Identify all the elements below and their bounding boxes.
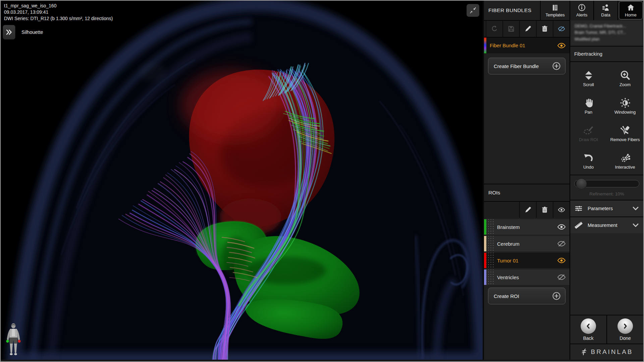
bundle-name: Fiber Bundle 01 [486,43,557,48]
hand-icon [583,97,594,109]
double-chevron-right-icon [5,28,13,36]
measurement-accordion[interactable]: Measurement [570,217,643,233]
roi-row-tumor[interactable]: Tumor 01 [484,253,570,268]
fiber-bundles-panel: FIBER BUNDLES Templates Fiber Bundle 01 … [484,1,570,360]
right-hand-marker [18,340,20,343]
fiber-bundle-row[interactable]: Fiber Bundle 01 [484,37,570,53]
zoom-icon [620,70,631,81]
roi-toolbar [484,201,570,218]
window-bottom-strip [1,360,643,361]
chevron-left-icon [581,318,596,334]
trash-icon [541,25,548,33]
series-datetime: 09.03.2017, 13:09:41 [4,9,113,15]
nav-home-label: Home [625,12,637,17]
pan-tool-button[interactable]: Pan [570,92,607,120]
parameters-label: Parameters [588,206,628,211]
silhouette-label: Silhouette [21,29,43,35]
chevron-down-icon [632,222,639,229]
drag-handle[interactable] [486,269,494,285]
bundle-color-strip [484,38,486,53]
eye-icon[interactable] [557,256,566,265]
series-dwi: DWI Series: DTI_R12 (b 1.300 s/mm², 12 d… [4,15,113,22]
roi-row-cerebrum[interactable]: Cerebrum [484,236,570,251]
series-info: t1_mpr_sag_we_iso_16009.03.2017, 13:09:4… [4,3,113,22]
undo-icon [583,152,594,164]
eye-off-icon[interactable] [557,239,566,248]
windowing-tool-button[interactable]: Windowing [607,92,643,120]
patient-line-1: DEMO, Cranial Fibertrack... [575,23,639,29]
save-fiber-button [502,21,519,37]
info-icon [578,3,586,12]
roi-color-strip [484,219,486,235]
eye-icon[interactable] [557,41,566,50]
app-window: t1_mpr_sag_we_iso_16009.03.2017, 13:09:4… [1,1,643,360]
workflow-panel-spacer [570,233,643,315]
tools-grid: Scroll Zoom Pan Windowing Draw ROI Remov… [570,61,643,175]
roi-name: Brainstem [494,224,557,230]
draw-roi-icon [583,125,594,136]
nav-alerts[interactable]: Alerts [570,1,594,20]
roi-row-ventricles[interactable]: Ventricles [484,269,570,285]
back-button[interactable]: Back [570,315,607,344]
3d-viewport[interactable]: t1_mpr_sag_we_iso_16009.03.2017, 13:09:4… [1,1,484,360]
pencil-icon [524,206,532,214]
undo-tool-button[interactable]: Undo [570,147,607,175]
remove-fibers-tool-button[interactable]: Remove Fibers [607,120,643,147]
ruler-icon [574,221,583,230]
roi-color-strip [484,269,486,285]
brain-3d-scene [1,1,483,360]
silhouette-control: Silhouette [3,25,43,40]
brainlab-glyph-icon [581,348,588,356]
workflow-title: Fibertracking [570,46,643,61]
edit-fiber-button[interactable] [519,21,536,37]
eye-icon[interactable] [557,223,566,231]
fiber-bundles-header: FIBER BUNDLES Templates [484,1,570,20]
toggle-roi-visibility-button[interactable] [553,202,570,218]
measurement-label: Measurement [588,223,628,228]
draw-roi-tool-button: Draw ROI [570,120,607,147]
collapse-view-button[interactable] [467,4,479,17]
create-roi-label: Create ROI [488,293,552,299]
done-label: Done [620,336,631,341]
edit-roi-button[interactable] [519,202,536,218]
parameters-accordion[interactable]: Parameters [570,200,643,217]
eye-icon [558,206,565,214]
parameters-icon [574,204,583,213]
refresh-fiber-button [486,21,502,37]
roi-row-brainstem[interactable]: Brainstem [484,219,570,235]
delete-roi-button[interactable] [536,202,553,218]
roi-name: Ventricles [494,275,557,280]
zoom-tool-button[interactable]: Zoom [607,65,643,92]
scroll-tool-button[interactable]: Scroll [570,65,607,92]
refinement-slider-track[interactable] [574,180,639,187]
refinement-slider-thumb[interactable] [576,178,587,189]
drag-handle[interactable] [486,236,494,251]
plus-circle-icon [552,292,561,300]
templates-label: Templates [546,13,565,17]
nav-home[interactable]: Home [619,1,643,19]
refresh-icon [491,25,498,33]
templates-button[interactable]: Templates [540,1,570,20]
done-button[interactable]: Done [607,315,643,344]
nav-data-label: Data [601,12,610,17]
create-roi-button[interactable]: Create ROI [488,288,566,304]
drag-handle[interactable] [486,219,494,235]
remove-fibers-icon [620,125,631,136]
eye-off-icon[interactable] [557,273,566,282]
toggle-fiber-visibility-button[interactable] [553,21,570,37]
chevron-right-icon [618,318,633,334]
patient-info-card[interactable]: DEMO, Cranial Fibertrack... Brain Tumor,… [571,21,642,45]
chevron-down-icon [632,205,639,212]
interactive-tool-button[interactable]: Interactive [607,147,643,175]
rois-header: ROIs [484,184,570,201]
navigation-footer: Back Done [570,315,643,344]
create-fiber-bundle-button[interactable]: Create Fiber Bundle [488,58,566,74]
roi-name: Cerebrum [494,241,557,247]
drag-handle[interactable] [486,253,494,268]
create-fiber-bundle-label: Create Fiber Bundle [488,63,552,69]
nav-data[interactable]: Data [594,1,618,20]
roi-list: Brainstem Cerebrum Tumor 01 Ventricles [484,218,570,285]
eye-off-icon [558,25,565,33]
delete-fiber-button[interactable] [536,21,553,37]
silhouette-expand-button[interactable] [3,25,15,40]
